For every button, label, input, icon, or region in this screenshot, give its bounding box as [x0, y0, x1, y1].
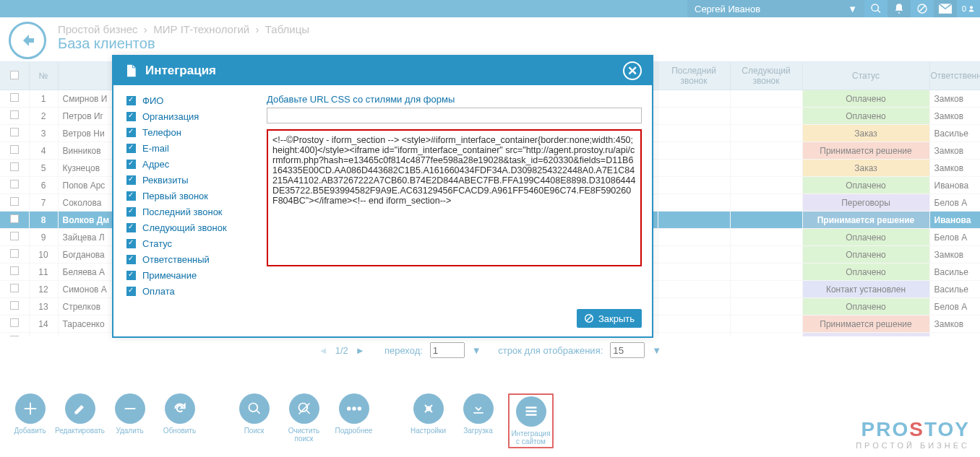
- field-checkbox[interactable]: ФИО: [124, 94, 254, 108]
- css-url-label: Добавьте URL CSS со стилями для формы: [267, 94, 642, 105]
- integration-modal: Интеграция ✕ ФИО Организация Телефон E-m…: [112, 55, 653, 338]
- field-checkbox[interactable]: Реквизиты: [124, 173, 254, 187]
- modal-header: Интеграция ✕: [113, 56, 652, 85]
- field-checkbox[interactable]: Адрес: [124, 157, 254, 171]
- field-checkbox[interactable]: Следующий звонок: [124, 221, 254, 235]
- field-checkbox[interactable]: Ответственный: [124, 253, 254, 266]
- field-checkbox[interactable]: Организация: [124, 110, 254, 123]
- css-url-input[interactable]: [267, 108, 642, 123]
- modal-close-icon[interactable]: ✕: [623, 61, 642, 80]
- field-checkbox[interactable]: E-mail: [124, 142, 254, 155]
- field-checkbox[interactable]: Оплата: [124, 284, 254, 298]
- field-checkbox[interactable]: Примечание: [124, 269, 254, 282]
- field-checkbox[interactable]: Статус: [124, 237, 254, 251]
- document-icon: [124, 63, 138, 79]
- field-checkbox[interactable]: Первый звонок: [124, 189, 254, 203]
- close-button[interactable]: Закрыть: [577, 309, 642, 328]
- field-checkbox[interactable]: Телефон: [124, 126, 254, 139]
- no-icon: [584, 313, 594, 323]
- modal-title: Интеграция: [145, 64, 216, 78]
- embed-code[interactable]: <!--©Prostoy - iform_section --> <style>…: [267, 129, 642, 266]
- field-checkbox[interactable]: Последний звонок: [124, 205, 254, 219]
- field-list: ФИО Организация Телефон E-mail Адрес Рек…: [124, 94, 254, 300]
